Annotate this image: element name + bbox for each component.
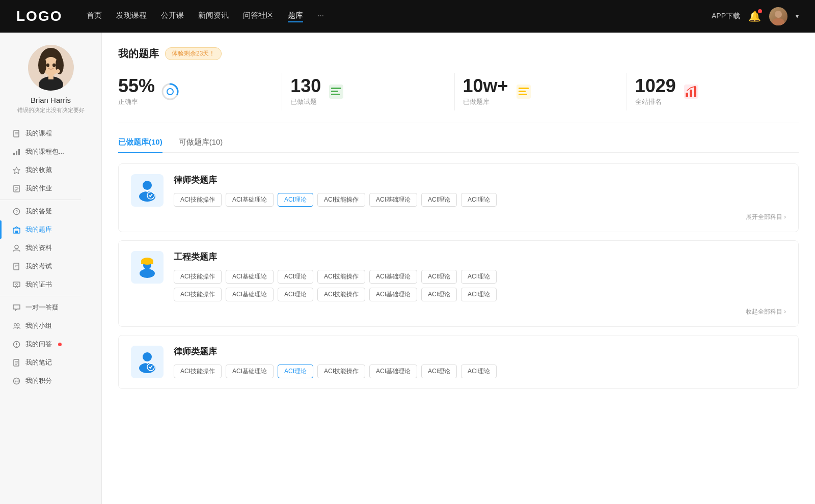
- svg-rect-16: [16, 151, 17, 155]
- stat-done-banks-numbers: 10w+ 已做题库: [463, 77, 508, 106]
- svg-rect-56: [686, 93, 688, 97]
- stats-row: 55% 正确率 130 已做试题: [118, 73, 799, 123]
- notification-dot: [758, 9, 762, 13]
- user-avatar-nav[interactable]: [769, 7, 787, 25]
- svg-point-59: [694, 86, 696, 88]
- notes-icon: [12, 358, 20, 367]
- svg-point-0: [775, 11, 782, 18]
- sidebar-item-homework[interactable]: 我的作业: [0, 179, 101, 198]
- tag-lawyer1-1[interactable]: ACI基础理论: [226, 193, 274, 207]
- sidebar-label-my-courses: 我的课程: [25, 129, 52, 138]
- sidebar-item-exam[interactable]: 我的考试: [0, 257, 101, 275]
- svg-text:积: 积: [15, 379, 19, 384]
- tag-eng1-5[interactable]: ACI理论: [421, 270, 457, 284]
- tab-done[interactable]: 已做题库(10): [118, 137, 162, 152]
- svg-point-37: [16, 346, 17, 347]
- expand-lawyer1[interactable]: 展开全部科目 ›: [746, 213, 786, 221]
- sidebar-item-1on1[interactable]: 一对一答疑: [0, 298, 101, 317]
- svg-rect-17: [18, 149, 20, 155]
- sidebar-divider-2: [0, 296, 81, 296]
- sidebar-item-certificate[interactable]: 我的证书: [0, 275, 101, 294]
- svg-rect-50: [331, 94, 340, 95]
- trial-badge: 体验剩余23天！: [165, 47, 222, 60]
- tag-lawyer1-2[interactable]: ACI理论: [278, 193, 313, 207]
- user-dropdown-chevron[interactable]: ▾: [796, 13, 799, 20]
- tag-lawyer2-1[interactable]: ACI基础理论: [226, 365, 274, 378]
- tag-eng1-12[interactable]: ACI理论: [421, 288, 457, 301]
- svg-point-25: [15, 245, 18, 248]
- nav-qa[interactable]: 问答社区: [243, 11, 274, 22]
- tag-lawyer1-3[interactable]: ACI技能操作: [317, 193, 365, 207]
- bank-section-lawyer2: 律师类题库 ACI技能操作 ACI基础理论 ACI理论 ACI技能操作 ACI基…: [118, 335, 799, 389]
- tag-lawyer2-3[interactable]: ACI技能操作: [317, 365, 365, 378]
- myqa-icon: [12, 340, 20, 348]
- tag-lawyer1-5[interactable]: ACI理论: [421, 193, 457, 207]
- tag-eng1-13[interactable]: ACI理论: [461, 288, 497, 301]
- sidebar-item-favorites[interactable]: 我的收藏: [0, 161, 101, 179]
- sidebar-label-1on1: 一对一答疑: [25, 303, 59, 312]
- stat-done-questions-label: 已做试题: [290, 97, 321, 106]
- svg-rect-58: [694, 87, 696, 97]
- bank-icon-engineer1: [131, 251, 164, 284]
- tag-eng1-7[interactable]: ACI技能操作: [174, 288, 222, 301]
- tag-lawyer1-0[interactable]: ACI技能操作: [174, 193, 222, 207]
- notification-bell[interactable]: 🔔: [748, 10, 761, 22]
- svg-rect-52: [519, 88, 529, 89]
- sidebar-item-my-courses[interactable]: 我的课程: [0, 124, 101, 143]
- tag-eng1-11[interactable]: ACI基础理论: [369, 288, 417, 301]
- tag-eng1-8[interactable]: ACI基础理论: [226, 288, 274, 301]
- nav-open[interactable]: 公开课: [161, 11, 184, 22]
- stat-site-rank-label: 全站排名: [635, 97, 676, 106]
- site-rank-icon: [682, 82, 700, 101]
- nav-home[interactable]: 首页: [87, 11, 102, 22]
- stat-accuracy-label: 正确率: [118, 97, 155, 106]
- tag-lawyer2-6[interactable]: ACI理论: [461, 365, 497, 378]
- tag-eng1-6[interactable]: ACI理论: [461, 270, 497, 284]
- sidebar-item-myqa[interactable]: 我的问答: [0, 335, 101, 353]
- tag-lawyer2-2[interactable]: ACI理论: [278, 365, 313, 378]
- bank-footer-engineer1: 收起全部科目 ›: [174, 307, 786, 316]
- sidebar-item-course-pkg[interactable]: 我的课程包...: [0, 143, 101, 161]
- tag-lawyer2-4[interactable]: ACI基础理论: [369, 365, 417, 378]
- sidebar-item-question-bank[interactable]: 我的题库: [0, 220, 101, 239]
- svg-rect-57: [690, 90, 692, 97]
- sidebar-item-group[interactable]: 我的小组: [0, 317, 101, 335]
- tag-lawyer1-4[interactable]: ACI基础理论: [369, 193, 417, 207]
- myqa-notification-dot: [58, 343, 62, 346]
- svg-rect-29: [13, 282, 20, 287]
- nav-news[interactable]: 新闻资讯: [198, 11, 229, 22]
- svg-point-60: [143, 181, 152, 190]
- bank-footer-lawyer1: 展开全部科目 ›: [174, 213, 786, 221]
- tag-eng1-4[interactable]: ACI基础理论: [369, 270, 417, 284]
- bank-tags-engineer1-row1: ACI技能操作 ACI基础理论 ACI理论 ACI技能操作 ACI基础理论 AC…: [174, 270, 786, 284]
- sidebar-item-points[interactable]: 积 我的积分: [0, 372, 101, 390]
- bank-header-engineer1: 工程类题库 ACI技能操作 ACI基础理论 ACI理论 ACI技能操作 ACI基…: [131, 251, 786, 316]
- sidebar-item-notes[interactable]: 我的笔记: [0, 353, 101, 372]
- tag-eng1-0[interactable]: ACI技能操作: [174, 270, 222, 284]
- stat-done-banks-label: 已做题库: [463, 97, 508, 106]
- tag-eng1-9[interactable]: ACI理论: [278, 288, 313, 301]
- homework-icon: [12, 184, 20, 192]
- collapse-engineer1[interactable]: 收起全部科目 ›: [746, 307, 786, 316]
- svg-rect-66: [141, 262, 153, 264]
- page-header: 我的题库 体验剩余23天！: [118, 47, 799, 61]
- tag-eng1-2[interactable]: ACI理论: [278, 270, 313, 284]
- sidebar-item-profile[interactable]: 我的资料: [0, 239, 101, 257]
- stat-accuracy-numbers: 55% 正确率: [118, 77, 155, 106]
- sidebar-item-questions[interactable]: ? 我的答疑: [0, 202, 101, 220]
- cert-icon: [12, 281, 20, 289]
- nav-more[interactable]: ···: [317, 11, 324, 22]
- tag-lawyer2-0[interactable]: ACI技能操作: [174, 365, 222, 378]
- tag-eng1-10[interactable]: ACI技能操作: [317, 288, 365, 301]
- stat-accuracy-value: 55%: [118, 77, 155, 95]
- tag-eng1-1[interactable]: ACI基础理论: [226, 270, 274, 284]
- tag-eng1-3[interactable]: ACI技能操作: [317, 270, 365, 284]
- tab-todo[interactable]: 可做题库(10): [179, 137, 223, 152]
- bank-icon-lawyer2: [131, 346, 164, 378]
- nav-discover[interactable]: 发现课程: [116, 11, 147, 22]
- app-download-link[interactable]: APP下载: [712, 12, 740, 21]
- tag-lawyer2-5[interactable]: ACI理论: [421, 365, 457, 378]
- bank-tags-lawyer1: ACI技能操作 ACI基础理论 ACI理论 ACI技能操作 ACI基础理论 AC…: [174, 193, 786, 207]
- tag-lawyer1-6[interactable]: ACI理论: [461, 193, 497, 207]
- nav-bank[interactable]: 题库: [288, 11, 303, 22]
